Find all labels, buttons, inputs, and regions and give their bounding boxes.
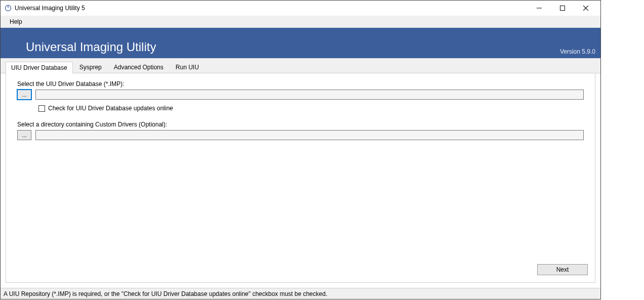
custom-path-input[interactable] — [35, 130, 584, 140]
close-button[interactable] — [574, 1, 597, 16]
tab-strip: UIU Driver Database Sysprep Advanced Opt… — [1, 58, 600, 73]
browse-db-button[interactable]: ... — [17, 90, 31, 100]
browse-custom-button[interactable]: ... — [17, 130, 31, 140]
custom-row: ... — [17, 130, 584, 140]
status-text: A UIU Repository (*.IMP) is required, or… — [4, 290, 327, 297]
titlebar: Universal Imaging Utility 5 — [1, 1, 600, 16]
custom-label: Select a directory containing Custom Dri… — [17, 121, 584, 128]
db-path-input[interactable] — [35, 90, 584, 100]
app-window: Universal Imaging Utility 5 Help Univers… — [0, 0, 601, 299]
next-button[interactable]: Next — [537, 264, 588, 275]
banner-title: Universal Imaging Utility — [1, 40, 600, 54]
minimize-button[interactable] — [528, 1, 551, 16]
window-controls — [528, 1, 597, 16]
banner-version: Version 5.9.0 — [560, 48, 595, 55]
check-updates-label: Check for UIU Driver Database updates on… — [48, 105, 173, 112]
db-row: ... — [17, 90, 584, 100]
statusbar: A UIU Repository (*.IMP) is required, or… — [1, 288, 600, 299]
check-updates-checkbox[interactable] — [38, 105, 45, 112]
banner: Universal Imaging Utility Version 5.9.0 — [1, 28, 600, 58]
app-icon — [5, 5, 12, 12]
maximize-button[interactable] — [551, 1, 574, 16]
db-label: Select the UIU Driver Database (*.IMP): — [17, 80, 584, 88]
menu-help[interactable]: Help — [6, 17, 26, 26]
window-title: Universal Imaging Utility 5 — [15, 5, 528, 12]
svg-rect-3 — [560, 6, 565, 11]
tab-driver-database[interactable]: UIU Driver Database — [6, 62, 73, 73]
check-updates-row: Check for UIU Driver Database updates on… — [38, 105, 584, 112]
tab-content: Select the UIU Driver Database (*.IMP): … — [6, 73, 595, 283]
tab-advanced-options[interactable]: Advanced Options — [108, 61, 169, 73]
menubar: Help — [1, 16, 600, 28]
tab-run-uiu[interactable]: Run UIU — [170, 61, 205, 73]
tab-sysprep[interactable]: Sysprep — [74, 61, 107, 73]
